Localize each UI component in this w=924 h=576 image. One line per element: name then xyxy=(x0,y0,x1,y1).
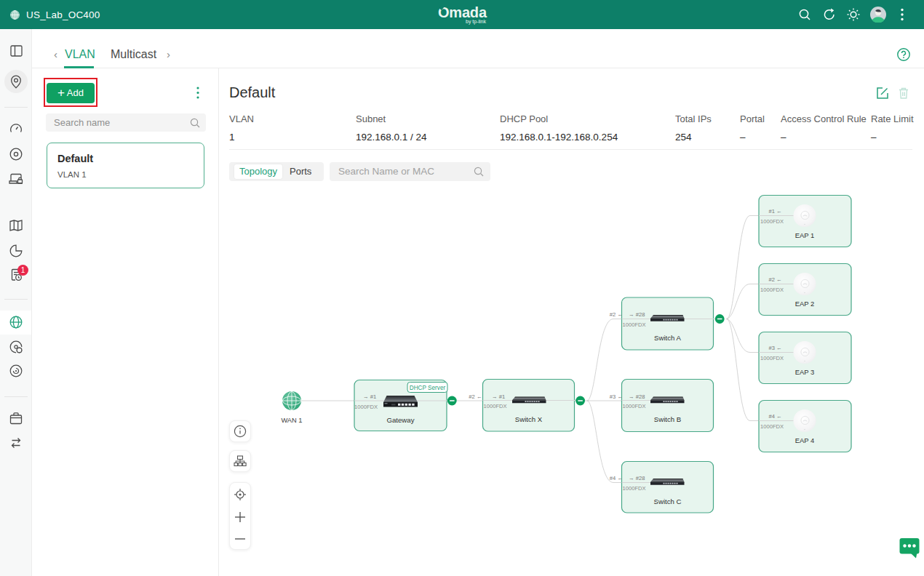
svg-text:Switch C: Switch C xyxy=(654,497,682,505)
svg-text:→ #1: → #1 xyxy=(492,393,505,400)
svg-text:EAP 2: EAP 2 xyxy=(795,300,814,308)
svg-text:1000FDX: 1000FDX xyxy=(623,485,646,492)
svg-text:Switch A: Switch A xyxy=(654,334,681,342)
svg-text:#4 ←: #4 ← xyxy=(610,475,623,481)
svg-text:EAP 1: EAP 1 xyxy=(795,231,814,239)
svg-text:#2 ←: #2 ← xyxy=(769,276,782,283)
svg-text:1000FDX: 1000FDX xyxy=(354,404,378,410)
svg-text:#1 ←: #1 ← xyxy=(769,208,782,215)
svg-text:→ #28: → #28 xyxy=(629,311,645,318)
svg-text:WAN 1: WAN 1 xyxy=(281,417,302,424)
svg-text:1000FDX: 1000FDX xyxy=(760,423,784,430)
svg-text:1000FDX: 1000FDX xyxy=(760,218,784,225)
svg-text:DHCP Server: DHCP Server xyxy=(410,385,446,391)
svg-text:Switch B: Switch B xyxy=(654,415,681,423)
svg-text:Gateway: Gateway xyxy=(387,416,415,424)
svg-text:#2 ←: #2 ← xyxy=(610,311,623,318)
svg-text:#4 ←: #4 ← xyxy=(769,413,782,420)
svg-text:→ #1: → #1 xyxy=(363,393,376,400)
svg-text:#3 ←: #3 ← xyxy=(610,393,623,400)
svg-text:1000FDX: 1000FDX xyxy=(760,355,784,361)
svg-text:→ #28: → #28 xyxy=(629,475,645,481)
svg-text:1000FDX: 1000FDX xyxy=(760,287,784,293)
svg-text:#2 ←: #2 ← xyxy=(469,393,482,400)
svg-text:→ #28: → #28 xyxy=(629,393,645,400)
svg-text:1000FDX: 1000FDX xyxy=(484,403,507,409)
svg-text:1000FDX: 1000FDX xyxy=(623,321,646,328)
svg-text:1000FDX: 1000FDX xyxy=(623,403,646,409)
svg-text:Switch X: Switch X xyxy=(515,415,543,423)
svg-text:EAP 3: EAP 3 xyxy=(795,368,814,376)
svg-text:EAP 4: EAP 4 xyxy=(795,436,814,444)
svg-text:#3 ←: #3 ← xyxy=(769,345,782,351)
